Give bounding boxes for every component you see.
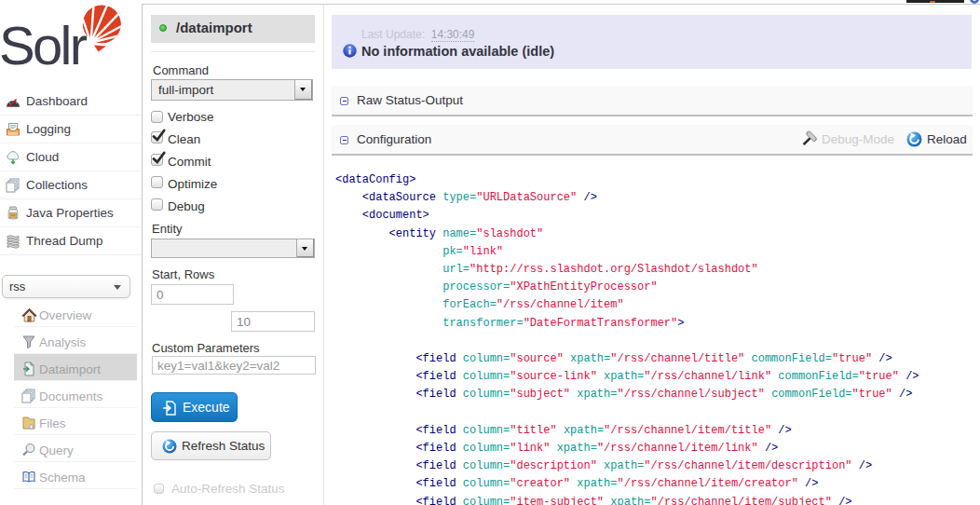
svg-text:Solr: Solr xyxy=(1,15,88,70)
